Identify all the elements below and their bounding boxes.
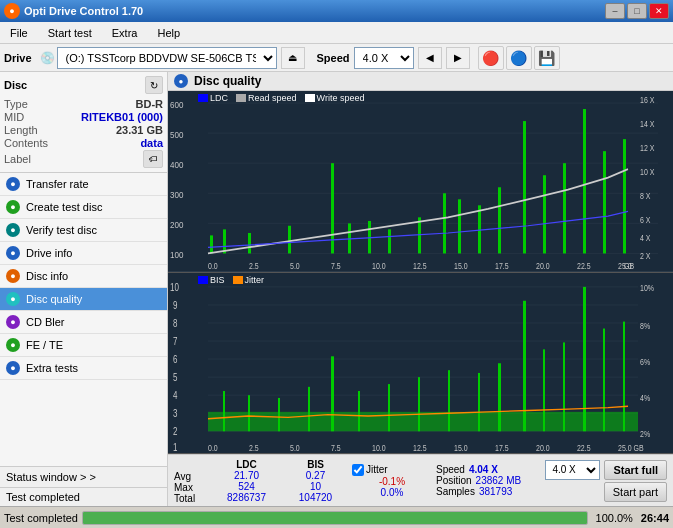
read-speed-legend-label: Read speed	[248, 93, 297, 103]
svg-text:6: 6	[173, 352, 177, 365]
disc-quality-header: ● Disc quality	[168, 72, 673, 91]
sidebar-item-verify-test-disc[interactable]: ● Verify test disc	[0, 219, 167, 242]
svg-text:400: 400	[170, 159, 183, 170]
create-test-disc-icon: ●	[6, 200, 20, 214]
cd-bler-label: CD Bler	[26, 316, 65, 328]
svg-text:GB: GB	[624, 261, 634, 271]
svg-text:1: 1	[173, 440, 177, 453]
eject-button[interactable]: ⏏	[281, 47, 305, 69]
svg-rect-45	[498, 187, 501, 253]
svg-text:3: 3	[173, 407, 177, 420]
svg-rect-50	[603, 151, 606, 253]
drive-info-label: Drive info	[26, 247, 72, 259]
toolbar-btn-1[interactable]: 🔴	[478, 46, 504, 70]
sidebar-item-fe-te[interactable]: ● FE / TE	[0, 334, 167, 357]
svg-text:9: 9	[173, 298, 177, 311]
svg-text:10.0: 10.0	[372, 261, 386, 271]
svg-rect-43	[458, 199, 461, 253]
sidebar-item-drive-info[interactable]: ● Drive info	[0, 242, 167, 265]
toolbar-btn-3[interactable]: 💾	[534, 46, 560, 70]
svg-text:8 X: 8 X	[640, 192, 650, 202]
label-icon-button[interactable]: 🏷	[143, 150, 163, 168]
menu-file[interactable]: File	[4, 25, 34, 41]
close-button[interactable]: ✕	[649, 3, 669, 19]
extra-tests-icon: ●	[6, 361, 20, 375]
svg-text:22.5: 22.5	[577, 441, 591, 452]
app-icon: ●	[4, 3, 20, 19]
stats-speed-dropdown[interactable]: 4.0 X	[545, 460, 600, 480]
svg-rect-101	[543, 349, 545, 431]
sidebar-item-create-test-disc[interactable]: ● Create test disc	[0, 196, 167, 219]
svg-text:20.0: 20.0	[536, 441, 550, 452]
start-part-button[interactable]: Start part	[604, 482, 667, 502]
svg-text:7.5: 7.5	[331, 261, 341, 271]
progress-bar-container	[82, 511, 588, 525]
svg-rect-105	[623, 321, 625, 431]
svg-text:10.0: 10.0	[372, 441, 386, 452]
disc-panel-title: Disc	[4, 79, 27, 91]
disc-quality-header-icon: ●	[174, 74, 188, 88]
toolbar-btn-2[interactable]: 🔵	[506, 46, 532, 70]
sidebar-item-cd-bler[interactable]: ● CD Bler	[0, 311, 167, 334]
avg-label: Avg	[174, 471, 210, 482]
fe-te-icon: ●	[6, 338, 20, 352]
sidebar-item-disc-info[interactable]: ● Disc info	[0, 265, 167, 288]
maximize-button[interactable]: □	[627, 3, 647, 19]
create-test-disc-label: Create test disc	[26, 201, 102, 213]
svg-text:25.0 GB: 25.0 GB	[618, 441, 644, 452]
contents-value: data	[140, 137, 163, 149]
menu-extra[interactable]: Extra	[106, 25, 144, 41]
disc-refresh-button[interactable]: ↻	[145, 76, 163, 94]
svg-text:8%: 8%	[640, 319, 650, 330]
write-speed-legend-label: Write speed	[317, 93, 365, 103]
transfer-rate-label: Transfer rate	[26, 178, 89, 190]
speed-back-button[interactable]: ◀	[418, 47, 442, 69]
length-value: 23.31 GB	[116, 124, 163, 136]
svg-rect-94	[358, 391, 360, 431]
samples-label: Samples	[436, 486, 475, 497]
charts-area: LDC Read speed Write speed	[168, 91, 673, 454]
svg-text:600: 600	[170, 99, 183, 110]
progress-text: 100.0%	[596, 512, 633, 524]
svg-rect-99	[498, 363, 501, 431]
menu-help[interactable]: Help	[151, 25, 186, 41]
minimize-button[interactable]: –	[605, 3, 625, 19]
sidebar-item-transfer-rate[interactable]: ● Transfer rate	[0, 173, 167, 196]
jitter-legend-label: Jitter	[245, 275, 265, 285]
position-label: Position	[436, 475, 472, 486]
menu-start-test[interactable]: Start test	[42, 25, 98, 41]
sidebar-item-disc-quality[interactable]: ● Disc quality	[0, 288, 167, 311]
avg-ldc: 21.70	[234, 470, 259, 481]
start-full-button[interactable]: Start full	[604, 460, 667, 480]
jitter-checkbox[interactable]	[352, 464, 364, 476]
samples-value: 381793	[479, 486, 512, 497]
svg-text:8: 8	[173, 316, 177, 329]
ldc-chart-svg: 600 500 400 300 200 100 16 X 14 X 12 X 1…	[168, 91, 673, 272]
main-content: ● Disc quality LDC Read speed	[168, 72, 673, 506]
svg-text:12.5: 12.5	[413, 441, 427, 452]
verify-test-disc-icon: ●	[6, 223, 20, 237]
svg-text:17.5: 17.5	[495, 441, 509, 452]
speed-select[interactable]: 4.0 X	[354, 47, 414, 69]
svg-text:14 X: 14 X	[640, 119, 654, 129]
speed-fwd-button[interactable]: ▶	[446, 47, 470, 69]
svg-text:12 X: 12 X	[640, 144, 654, 154]
type-value: BD-R	[136, 98, 164, 110]
svg-rect-102	[563, 342, 565, 431]
avg-bis: 0.27	[306, 470, 325, 481]
status-window-button[interactable]: Status window > >	[0, 467, 167, 488]
svg-rect-103	[583, 286, 586, 430]
status-window-label: Status window > >	[6, 471, 96, 483]
contents-label: Contents	[4, 137, 48, 149]
svg-text:2: 2	[173, 425, 177, 438]
ldc-chart-legend: LDC Read speed Write speed	[198, 93, 364, 103]
max-jitter: 0.0%	[352, 487, 432, 498]
svg-text:12.5: 12.5	[413, 261, 427, 271]
sidebar-nav: ● Transfer rate ● Create test disc ● Ver…	[0, 173, 167, 466]
drive-info-icon: ●	[6, 246, 20, 260]
drive-select[interactable]: (O:) TSSTcorp BDDVDW SE-506CB TS02	[57, 47, 277, 69]
svg-rect-95	[388, 384, 390, 431]
svg-text:2%: 2%	[640, 427, 650, 438]
svg-text:10: 10	[170, 280, 179, 293]
sidebar-item-extra-tests[interactable]: ● Extra tests	[0, 357, 167, 380]
